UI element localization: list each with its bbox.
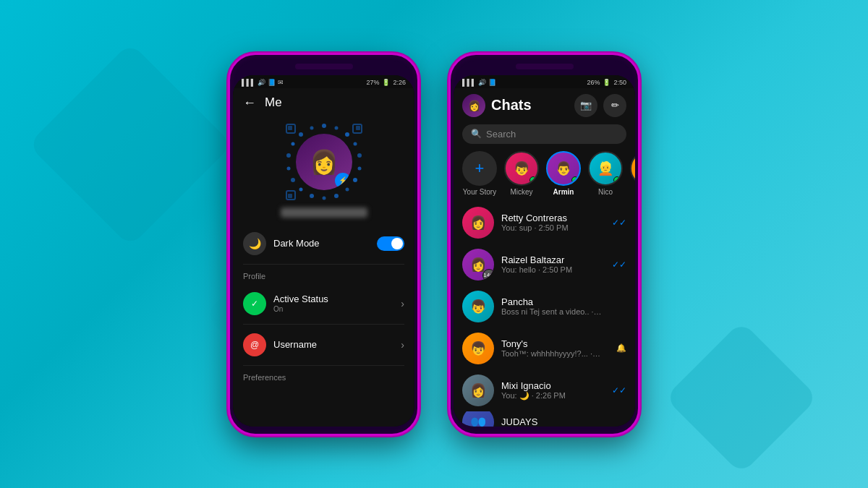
- status-bar-1: ▌▌▌ 🔊 📘 ✉ 27% 🔋 2:26: [233, 75, 414, 88]
- chat-name-pancha: Pancha: [501, 296, 619, 307]
- chat-tonys[interactable]: 👦 Tony's Tooh™: whhhhhyyyy!?... · 2:38 P…: [454, 328, 635, 369]
- story-your[interactable]: + Your Story: [462, 151, 497, 196]
- battery-text-1: 27%: [366, 79, 379, 86]
- avatar-icon-retty: 👩: [470, 215, 486, 231]
- search-icon: 🔍: [471, 129, 482, 139]
- back-button[interactable]: ←: [243, 95, 256, 111]
- avatar-tonys: 👦: [462, 333, 494, 364]
- signal-icon-2: ▌▌▌: [462, 79, 476, 86]
- dark-mode-row[interactable]: 🌙 Dark Mode: [243, 223, 404, 265]
- story-nico[interactable]: 👱 Nico: [588, 151, 623, 196]
- chat-mixi[interactable]: 👩 Mixi Ignacio You: 🌙 · 2:26 PM ✓✓: [454, 369, 635, 411]
- chat-retty[interactable]: 👩 Retty Contreras You: sup · 2:50 PM ✓✓: [454, 202, 635, 244]
- phones-container: ▌▌▌ 🔊 📘 ✉ 27% 🔋 2:26 ← Me: [228, 53, 640, 436]
- active-status-row[interactable]: ✓ Active Status On ›: [243, 283, 404, 325]
- me-header: ← Me: [233, 88, 414, 115]
- story-avatar-mickey: 👦: [504, 151, 539, 186]
- avatar-pancha: 👦: [462, 291, 494, 322]
- story-nico-label: Nico: [598, 188, 613, 196]
- dark-mode-toggle[interactable]: [377, 236, 404, 251]
- avatar-icon-raizel: 👩: [470, 257, 486, 273]
- story-avatar-icon-mickey: 👦: [514, 160, 529, 176]
- svg-point-0: [322, 124, 326, 128]
- muted-icon-tonys: 🔔: [616, 343, 626, 353]
- chat-info-retty: Retty Contreras You: sup · 2:50 PM: [501, 213, 605, 232]
- story-avatar-armin: 👨: [546, 151, 581, 186]
- svg-rect-21: [288, 126, 292, 130]
- time-2: 2:50: [613, 79, 626, 86]
- username-arrow: ›: [401, 339, 404, 351]
- active-status-arrow: ›: [401, 298, 404, 309]
- stories-row: + Your Story 👦 Mickey 👨: [454, 148, 635, 202]
- story-mickey[interactable]: 👦 Mickey: [504, 151, 539, 196]
- svg-point-16: [299, 132, 303, 137]
- header-icons: 📷 ✏: [574, 94, 626, 117]
- chat-status-raizel: ✓✓: [612, 260, 626, 270]
- online-dot-nico: [613, 176, 621, 184]
- phone-2: ▌▌▌ 🔊 📘 26% 🔋 2:50 👩 Chats: [448, 53, 640, 436]
- dark-mode-label: Dark Mode: [273, 238, 320, 249]
- story-armin[interactable]: 👨 Armin: [546, 151, 581, 196]
- avatar-raizel: 👩 14m: [462, 249, 494, 281]
- battery-text-2: 26%: [587, 79, 600, 86]
- chat-preview-raizel: You: hello · 2:50 PM: [501, 265, 603, 274]
- svg-point-6: [353, 178, 357, 182]
- svg-point-15: [291, 142, 294, 145]
- moon-icon: 🌙: [249, 238, 261, 249]
- chat-info-pancha: Pancha Boss ni Tej sent a video.. · 2:47…: [501, 296, 619, 316]
- chat-preview-tonys: Tooh™: whhhhhyyyy!?... · 2:38 PM: [501, 349, 603, 358]
- username-icon: @: [243, 333, 266, 356]
- avatar-mixi: 👩: [462, 374, 494, 406]
- chat-preview-retty: You: sup · 2:50 PM: [501, 223, 603, 232]
- chat-preview-pancha: Boss ni Tej sent a video.. · 2:47 PM: [501, 307, 603, 316]
- chat-list: 👩 Retty Contreras You: sup · 2:50 PM ✓✓: [454, 202, 635, 427]
- chat-info-raizel: Raizel Baltazar You: hello · 2:50 PM: [501, 254, 605, 274]
- battery-icon-2: 🔋: [603, 79, 610, 86]
- at-icon: @: [250, 340, 259, 350]
- story-keene[interactable]: 👦 Keene: [630, 151, 635, 196]
- bg-shape-2: [665, 321, 818, 474]
- chat-name-mixi: Mixi Ignacio: [501, 380, 605, 391]
- chat-preview-mixi: You: 🌙 · 2:26 PM: [501, 391, 603, 401]
- chat-pancha[interactable]: 👦 Pancha Boss ni Tej sent a video.. · 2:…: [454, 286, 635, 328]
- username-label: Username: [273, 339, 317, 350]
- battery-icon-1: 🔋: [382, 79, 390, 86]
- avatar-retty: 👩: [462, 207, 494, 239]
- chats-title: Chats: [491, 97, 569, 114]
- avatar-person-icon: 👩: [310, 148, 339, 176]
- fb-icon-1: 📘: [268, 79, 276, 86]
- wifi-icon-2: 🔊: [478, 79, 486, 86]
- active-status-icon: ✓: [243, 292, 266, 315]
- story-avatar-keene: 👦: [630, 151, 635, 186]
- status-bar-left-1: ▌▌▌ 🔊 📘 ✉: [242, 79, 284, 86]
- chat-info-mixi: Mixi Ignacio You: 🌙 · 2:26 PM: [501, 380, 605, 401]
- search-bar[interactable]: 🔍 Search: [462, 124, 626, 144]
- story-armin-label: Armin: [553, 188, 574, 196]
- active-status-left: ✓ Active Status On: [243, 292, 328, 315]
- username-blur: [281, 207, 367, 218]
- chat-meta-raizel: ✓✓: [612, 260, 626, 270]
- svg-point-10: [310, 194, 314, 198]
- profile-qr-section: 👩 ⚡: [233, 115, 414, 223]
- svg-point-8: [334, 194, 339, 198]
- svg-point-2: [345, 132, 349, 137]
- svg-rect-23: [288, 194, 292, 198]
- avatar-icon-tonys: 👦: [470, 341, 486, 356]
- svg-point-5: [357, 166, 361, 170]
- edit-button[interactable]: ✏: [603, 94, 626, 117]
- edit-icon: ✏: [611, 100, 619, 111]
- username-row[interactable]: @ Username ›: [243, 325, 404, 366]
- active-status-text: Active Status On: [273, 294, 328, 313]
- svg-point-17: [310, 126, 313, 129]
- svg-point-3: [353, 142, 357, 145]
- svg-point-12: [291, 178, 295, 182]
- me-screen: ← Me: [233, 88, 414, 427]
- chat-judays[interactable]: 👥 JUDAYS: [454, 411, 635, 427]
- chat-name-raizel: Raizel Baltazar: [501, 254, 605, 265]
- camera-button[interactable]: 📷: [574, 94, 597, 117]
- phone-1-screen: ▌▌▌ 🔊 📘 ✉ 27% 🔋 2:26 ← Me: [233, 75, 414, 427]
- status-bar-left-2: ▌▌▌ 🔊 📘: [462, 79, 496, 86]
- bg-shape-1: [28, 43, 233, 247]
- chat-raizel[interactable]: 👩 14m Raizel Baltazar You: hello · 2:50 …: [454, 244, 635, 286]
- story-add-button[interactable]: +: [462, 151, 497, 186]
